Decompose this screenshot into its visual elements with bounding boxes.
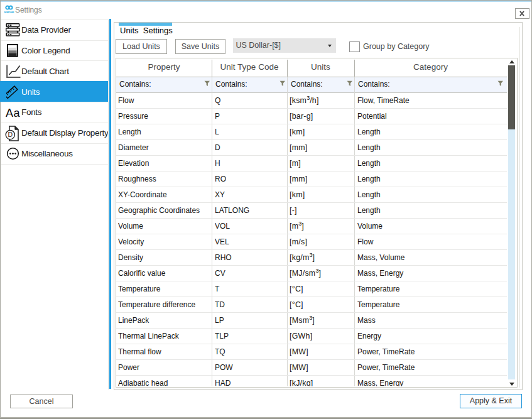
- svg-text:SIMONE: SIMONE: [4, 11, 14, 14]
- svg-text:D: D: [8, 131, 13, 138]
